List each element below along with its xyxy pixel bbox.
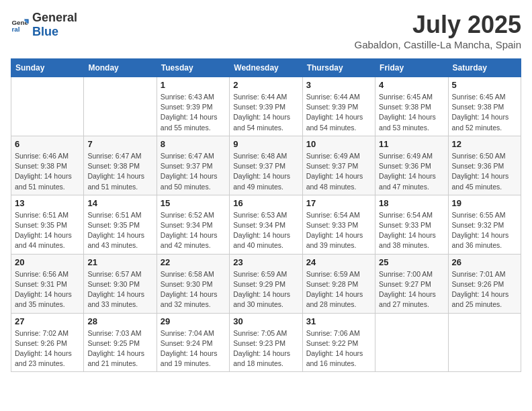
day-number: 23	[233, 257, 298, 267]
day-number: 5	[452, 80, 517, 90]
calendar-cell: 7Sunrise: 6:47 AMSunset: 9:38 PMDaylight…	[84, 136, 157, 195]
day-detail: Sunrise: 7:00 AMSunset: 9:27 PMDaylight:…	[379, 269, 444, 310]
day-detail: Sunrise: 6:54 AMSunset: 9:33 PMDaylight:…	[306, 210, 371, 251]
calendar-cell	[448, 313, 521, 372]
calendar-cell: 31Sunrise: 7:06 AMSunset: 9:22 PMDayligh…	[302, 313, 375, 372]
calendar-cell: 22Sunrise: 6:58 AMSunset: 9:30 PMDayligh…	[157, 254, 229, 313]
day-detail: Sunrise: 6:43 AMSunset: 9:39 PMDaylight:…	[161, 92, 226, 133]
calendar-cell: 19Sunrise: 6:55 AMSunset: 9:32 PMDayligh…	[448, 195, 521, 254]
calendar-cell: 27Sunrise: 7:02 AMSunset: 9:26 PMDayligh…	[11, 313, 84, 372]
day-number: 16	[233, 198, 298, 208]
day-number: 21	[87, 257, 152, 267]
day-detail: Sunrise: 6:49 AMSunset: 9:36 PMDaylight:…	[379, 151, 444, 192]
calendar-cell: 2Sunrise: 6:44 AMSunset: 9:39 PMDaylight…	[230, 77, 302, 136]
day-detail: Sunrise: 6:59 AMSunset: 9:29 PMDaylight:…	[233, 269, 298, 310]
weekday-header-sunday: Sunday	[11, 59, 84, 77]
calendar-week-row: 27Sunrise: 7:02 AMSunset: 9:26 PMDayligh…	[11, 313, 521, 372]
logo-blue: Blue	[32, 25, 58, 38]
day-detail: Sunrise: 7:03 AMSunset: 9:25 PMDaylight:…	[87, 328, 152, 369]
calendar-cell: 12Sunrise: 6:50 AMSunset: 9:36 PMDayligh…	[448, 136, 521, 195]
day-detail: Sunrise: 6:44 AMSunset: 9:39 PMDaylight:…	[306, 92, 371, 133]
calendar-cell: 30Sunrise: 7:05 AMSunset: 9:23 PMDayligh…	[230, 313, 302, 372]
logo: Gene ral General Blue	[11, 11, 77, 39]
day-detail: Sunrise: 6:50 AMSunset: 9:36 PMDaylight:…	[452, 151, 517, 192]
calendar-cell: 16Sunrise: 6:53 AMSunset: 9:34 PMDayligh…	[230, 195, 302, 254]
title-block: July 2025 Gabaldon, Castille-La Mancha, …	[355, 11, 521, 50]
calendar-cell: 3Sunrise: 6:44 AMSunset: 9:39 PMDaylight…	[302, 77, 375, 136]
calendar-cell: 21Sunrise: 6:57 AMSunset: 9:30 PMDayligh…	[84, 254, 157, 313]
day-number: 22	[161, 257, 226, 267]
day-number: 27	[15, 316, 80, 326]
day-number: 7	[87, 139, 152, 149]
calendar-cell: 17Sunrise: 6:54 AMSunset: 9:33 PMDayligh…	[302, 195, 375, 254]
day-number: 30	[233, 316, 298, 326]
day-number: 18	[379, 198, 444, 208]
day-number: 6	[15, 139, 80, 149]
day-number: 29	[161, 316, 226, 326]
day-number: 12	[452, 139, 517, 149]
month-title: July 2025	[355, 11, 521, 39]
day-number: 1	[161, 80, 226, 90]
svg-text:ral: ral	[11, 26, 19, 33]
calendar-cell: 24Sunrise: 6:59 AMSunset: 9:28 PMDayligh…	[302, 254, 375, 313]
day-detail: Sunrise: 6:48 AMSunset: 9:37 PMDaylight:…	[233, 151, 298, 192]
day-detail: Sunrise: 7:01 AMSunset: 9:26 PMDaylight:…	[452, 269, 517, 310]
calendar-cell: 9Sunrise: 6:48 AMSunset: 9:37 PMDaylight…	[230, 136, 302, 195]
calendar-cell: 6Sunrise: 6:46 AMSunset: 9:38 PMDaylight…	[11, 136, 84, 195]
calendar-cell	[11, 77, 84, 136]
day-detail: Sunrise: 6:54 AMSunset: 9:33 PMDaylight:…	[379, 210, 444, 251]
weekday-header-tuesday: Tuesday	[157, 59, 229, 77]
logo-general: General	[32, 11, 77, 24]
weekday-header-row: SundayMondayTuesdayWednesdayThursdayFrid…	[11, 59, 521, 77]
calendar-week-row: 20Sunrise: 6:56 AMSunset: 9:31 PMDayligh…	[11, 254, 521, 313]
day-number: 14	[87, 198, 152, 208]
calendar-cell: 15Sunrise: 6:52 AMSunset: 9:34 PMDayligh…	[157, 195, 229, 254]
day-detail: Sunrise: 6:55 AMSunset: 9:32 PMDaylight:…	[452, 210, 517, 251]
day-detail: Sunrise: 6:51 AMSunset: 9:35 PMDaylight:…	[87, 210, 152, 251]
day-number: 17	[306, 198, 371, 208]
day-number: 15	[161, 198, 226, 208]
day-number: 20	[15, 257, 80, 267]
day-detail: Sunrise: 6:47 AMSunset: 9:38 PMDaylight:…	[87, 151, 152, 192]
calendar-week-row: 1Sunrise: 6:43 AMSunset: 9:39 PMDaylight…	[11, 77, 521, 136]
weekday-header-wednesday: Wednesday	[230, 59, 302, 77]
location-title: Gabaldon, Castille-La Mancha, Spain	[355, 39, 521, 50]
day-number: 4	[379, 80, 444, 90]
day-detail: Sunrise: 6:51 AMSunset: 9:35 PMDaylight:…	[15, 210, 80, 251]
calendar-cell: 29Sunrise: 7:04 AMSunset: 9:24 PMDayligh…	[157, 313, 229, 372]
calendar-cell: 14Sunrise: 6:51 AMSunset: 9:35 PMDayligh…	[84, 195, 157, 254]
calendar-table: SundayMondayTuesdayWednesdayThursdayFrid…	[11, 58, 521, 372]
day-detail: Sunrise: 6:56 AMSunset: 9:31 PMDaylight:…	[15, 269, 80, 310]
day-detail: Sunrise: 6:47 AMSunset: 9:37 PMDaylight:…	[161, 151, 226, 192]
calendar-cell: 10Sunrise: 6:49 AMSunset: 9:37 PMDayligh…	[302, 136, 375, 195]
calendar-cell	[84, 77, 157, 136]
day-detail: Sunrise: 6:46 AMSunset: 9:38 PMDaylight:…	[15, 151, 80, 192]
day-number: 19	[452, 198, 517, 208]
calendar-cell: 25Sunrise: 7:00 AMSunset: 9:27 PMDayligh…	[375, 254, 448, 313]
calendar-week-row: 6Sunrise: 6:46 AMSunset: 9:38 PMDaylight…	[11, 136, 521, 195]
day-detail: Sunrise: 6:45 AMSunset: 9:38 PMDaylight:…	[452, 92, 517, 133]
day-number: 10	[306, 139, 371, 149]
calendar-cell: 8Sunrise: 6:47 AMSunset: 9:37 PMDaylight…	[157, 136, 229, 195]
logo-text: General Blue	[32, 11, 77, 39]
day-detail: Sunrise: 7:05 AMSunset: 9:23 PMDaylight:…	[233, 328, 298, 369]
calendar-cell: 4Sunrise: 6:45 AMSunset: 9:38 PMDaylight…	[375, 77, 448, 136]
day-number: 3	[306, 80, 371, 90]
day-number: 25	[379, 257, 444, 267]
calendar-cell	[375, 313, 448, 372]
calendar-cell: 11Sunrise: 6:49 AMSunset: 9:36 PMDayligh…	[375, 136, 448, 195]
day-number: 28	[87, 316, 152, 326]
day-detail: Sunrise: 6:52 AMSunset: 9:34 PMDaylight:…	[161, 210, 226, 251]
day-detail: Sunrise: 6:58 AMSunset: 9:30 PMDaylight:…	[161, 269, 226, 310]
day-detail: Sunrise: 6:57 AMSunset: 9:30 PMDaylight:…	[87, 269, 152, 310]
page-header: Gene ral General Blue July 2025 Gabaldon…	[11, 11, 521, 50]
day-number: 11	[379, 139, 444, 149]
weekday-header-thursday: Thursday	[302, 59, 375, 77]
day-detail: Sunrise: 6:49 AMSunset: 9:37 PMDaylight:…	[306, 151, 371, 192]
calendar-cell: 23Sunrise: 6:59 AMSunset: 9:29 PMDayligh…	[230, 254, 302, 313]
logo-icon: Gene ral	[11, 15, 30, 34]
day-detail: Sunrise: 7:02 AMSunset: 9:26 PMDaylight:…	[15, 328, 80, 369]
calendar-cell: 13Sunrise: 6:51 AMSunset: 9:35 PMDayligh…	[11, 195, 84, 254]
weekday-header-saturday: Saturday	[448, 59, 521, 77]
day-number: 24	[306, 257, 371, 267]
